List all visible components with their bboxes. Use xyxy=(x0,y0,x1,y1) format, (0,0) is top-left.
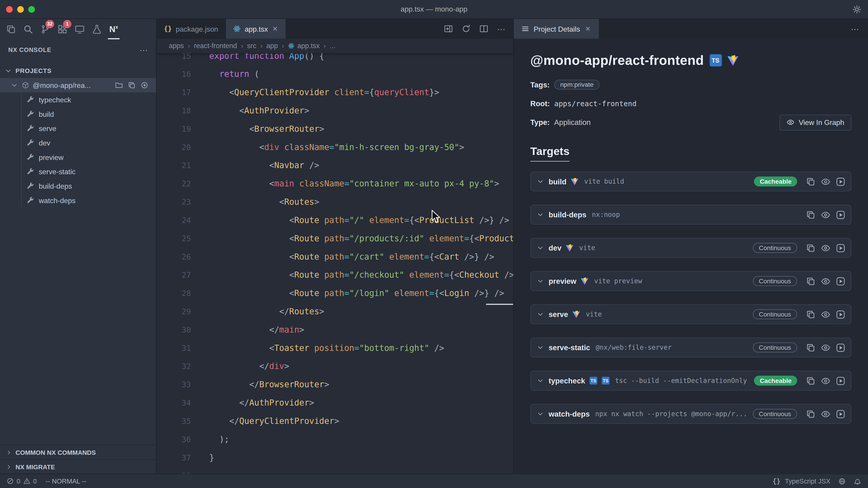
target-card-watch-deps[interactable]: watch-depsnpx nx watch --projects @mono-… xyxy=(530,404,851,424)
code-line-26[interactable]: 26 <Route path="/cart" element={<Cart />… xyxy=(157,248,513,266)
view-in-graph-button[interactable]: View In Graph xyxy=(779,114,851,130)
zoom-window-button[interactable] xyxy=(28,6,35,12)
sidebar-item-typecheck[interactable]: typecheck xyxy=(0,92,156,107)
eye-icon[interactable] xyxy=(821,409,831,419)
code-line-34[interactable]: 34 </AuthProvider> xyxy=(157,393,513,412)
chevron-down-icon[interactable] xyxy=(536,311,544,318)
copy-icon[interactable] xyxy=(806,409,815,419)
target-card-typecheck[interactable]: typecheckTSTStsc --build --emitDeclarati… xyxy=(530,371,851,391)
files-icon[interactable] xyxy=(2,19,20,39)
sidebar-item-preview[interactable]: preview xyxy=(0,150,156,164)
sidebar-item-serve-static[interactable]: serve-static xyxy=(0,164,156,179)
target-card-dev[interactable]: devviteContinuous xyxy=(530,238,851,258)
chevron-down-icon[interactable] xyxy=(536,277,544,285)
code-line-36[interactable]: 36 ); xyxy=(157,430,513,448)
code-line-27[interactable]: 27 <Route path="/checkout" element={<Che… xyxy=(157,266,513,284)
play-icon[interactable] xyxy=(836,210,845,219)
play-icon[interactable] xyxy=(836,376,845,385)
sidebar-item-dev[interactable]: dev xyxy=(0,135,156,150)
sidebar-item-build-deps[interactable]: build-deps xyxy=(0,179,156,193)
play-icon[interactable] xyxy=(836,310,845,319)
target-card-preview[interactable]: previewvite previewContinuous xyxy=(530,271,851,291)
play-icon[interactable] xyxy=(836,409,845,419)
open-editor-icon[interactable] xyxy=(444,24,453,33)
sidebar-item-build[interactable]: build xyxy=(0,107,156,121)
eye-icon[interactable] xyxy=(821,210,831,219)
minimize-window-button[interactable] xyxy=(17,6,24,12)
code-line-32[interactable]: 32 </div> xyxy=(157,357,513,375)
split-editor-icon[interactable] xyxy=(479,24,488,33)
eye-icon[interactable] xyxy=(821,276,831,286)
code-line-18[interactable]: 18 <AuthProvider> xyxy=(157,101,513,120)
chevron-down-icon[interactable] xyxy=(536,410,544,418)
code-line-20[interactable]: 20 <div className="min-h-screen bg-gray-… xyxy=(157,138,513,156)
tab-app-tsx[interactable]: app.tsx xyxy=(226,19,286,39)
code-line-30[interactable]: 30 </main> xyxy=(157,320,513,339)
sidebar-item-watch-deps[interactable]: watch-deps xyxy=(0,193,156,207)
close-icon[interactable] xyxy=(585,26,591,32)
play-icon[interactable] xyxy=(836,343,845,352)
copy-icon[interactable] xyxy=(806,177,815,186)
code-line-16[interactable]: 16 return ( xyxy=(157,65,513,83)
code-line-31[interactable]: 31 <Toaster position="bottom-right" /> xyxy=(157,339,513,357)
sidebar-item-serve[interactable]: serve xyxy=(0,121,156,135)
close-icon[interactable] xyxy=(272,26,278,32)
refresh-icon[interactable] xyxy=(462,24,470,33)
copy-icon[interactable] xyxy=(128,81,135,89)
beaker-icon[interactable] xyxy=(88,19,105,39)
chevron-down-icon[interactable] xyxy=(536,211,544,219)
target-card-serve-static[interactable]: serve-static@nx/web:file-serverContinuou… xyxy=(530,337,851,357)
code-line-15[interactable]: 15export function App() { xyxy=(157,53,513,65)
breadcrumb-item[interactable]: apps xyxy=(169,42,184,50)
play-icon[interactable] xyxy=(836,276,845,286)
copy-icon[interactable] xyxy=(806,243,815,253)
code-line-25[interactable]: 25 <Route path="/products/:id" element={… xyxy=(157,229,513,248)
search-icon[interactable] xyxy=(20,19,37,39)
sidebar-section-projects[interactable]: PROJECTS xyxy=(0,64,156,78)
chevron-down-icon[interactable] xyxy=(536,244,544,252)
chevron-down-icon[interactable] xyxy=(536,377,544,385)
sidebar-more-icon[interactable]: ⋯ xyxy=(140,46,148,54)
nx-console-icon[interactable]: Nx xyxy=(105,19,122,39)
eye-icon[interactable] xyxy=(821,310,831,319)
play-icon[interactable] xyxy=(836,177,845,186)
notifications-bell-icon[interactable] xyxy=(854,477,861,485)
copy-icon[interactable] xyxy=(806,310,815,319)
sidebar-item-project[interactable]: @mono-app/rea... xyxy=(0,78,156,92)
extensions-icon[interactable]: 1 xyxy=(54,19,71,39)
eye-icon[interactable] xyxy=(821,376,831,385)
problems-indicator[interactable]: 0 0 xyxy=(6,477,37,485)
code-line-38[interactable]: 38 xyxy=(157,466,513,474)
code-line-33[interactable]: 33 </BrowserRouter> xyxy=(157,375,513,393)
code-line-35[interactable]: 35 </QueryClientProvider> xyxy=(157,412,513,430)
folder-icon[interactable] xyxy=(115,81,123,89)
eye-icon[interactable] xyxy=(821,177,831,186)
copy-icon[interactable] xyxy=(806,276,815,286)
eye-icon[interactable] xyxy=(821,243,831,253)
copy-icon[interactable] xyxy=(806,210,815,219)
eye-icon[interactable] xyxy=(821,343,831,352)
code-line-28[interactable]: 28 <Route path="/login" element={<Login … xyxy=(157,284,513,302)
code-line-37[interactable]: 37} xyxy=(157,448,513,466)
target-icon[interactable] xyxy=(141,81,148,89)
source-control-icon[interactable]: 32 xyxy=(37,19,54,39)
copy-icon[interactable] xyxy=(806,376,815,385)
close-window-button[interactable] xyxy=(6,6,13,12)
code-line-23[interactable]: 23 <Routes> xyxy=(157,193,513,211)
breadcrumb-item[interactable]: src xyxy=(247,42,256,50)
play-icon[interactable] xyxy=(836,243,845,253)
target-card-serve[interactable]: serveviteContinuous xyxy=(530,304,851,324)
breadcrumb-item[interactable]: ... xyxy=(330,42,336,50)
code-line-22[interactable]: 22 <main className="container mx-auto px… xyxy=(157,174,513,193)
code-line-29[interactable]: 29 </Routes> xyxy=(157,302,513,320)
panel-more-icon[interactable]: ⋯ xyxy=(851,25,868,33)
settings-gear-icon[interactable] xyxy=(852,5,861,13)
browser-globe-icon[interactable] xyxy=(838,477,846,485)
tab-project-details[interactable]: Project Details xyxy=(514,19,599,39)
code-line-17[interactable]: 17 <QueryClientProvider client={queryCli… xyxy=(157,83,513,101)
breadcrumb-item[interactable]: react-frontend xyxy=(194,42,237,50)
target-card-build-deps[interactable]: build-depsnx:noop xyxy=(530,205,851,225)
section-common-nx-commands[interactable]: COMMON NX COMMANDS xyxy=(0,445,156,459)
code-line-24[interactable]: 24 <Route path="/" element={<ProductList… xyxy=(157,211,513,229)
target-card-build[interactable]: buildvite buildCacheable xyxy=(530,171,851,191)
